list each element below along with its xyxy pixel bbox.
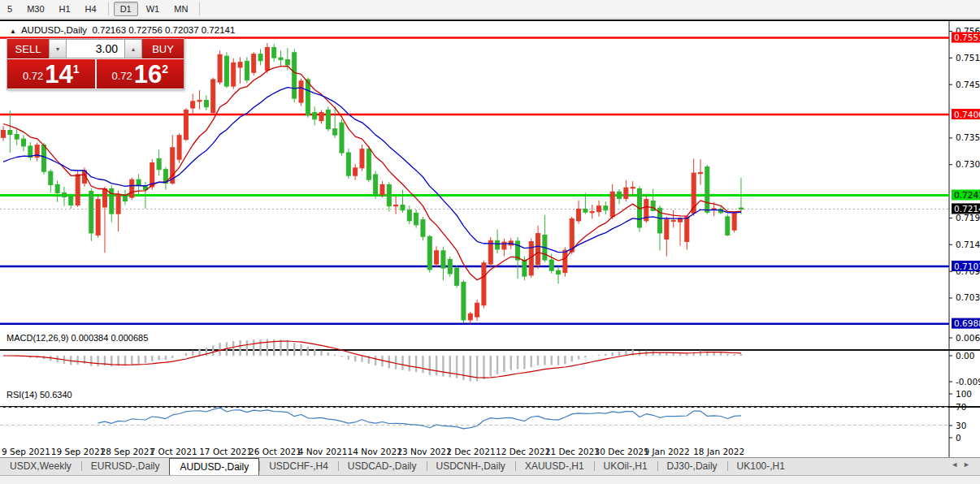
macd-histogram-bar [307,347,309,356]
candle-body [55,184,59,192]
candle-body [414,213,418,224]
candle-body [401,205,405,210]
macd-histogram-bar [740,354,742,356]
tab-scroll-arrows[interactable]: ◄► [951,460,975,469]
chart-tab-usdcad-daily[interactable]: USDCAD-,Daily [338,458,427,475]
rsi-axis-label: 0 [956,433,961,443]
candle-body [435,251,439,264]
buy-price-tile[interactable]: 0.72 16 2 [97,59,184,89]
macd-histogram-bar [618,352,620,356]
chart-tab-eurusd-daily[interactable]: EURUSD-,Daily [81,458,170,475]
macd-histogram-bar [449,356,451,378]
candle-body [482,263,486,305]
chart-tab-usdchf-h4[interactable]: USDCHF-,H4 [259,458,338,475]
candle-body [197,101,202,102]
macd-histogram-bar [232,341,234,356]
chart-tab-xauusd-h1[interactable]: XAUUSD-,H1 [515,458,594,475]
candle-body [610,192,614,217]
rsi-line [98,408,741,429]
candle-body [421,220,425,237]
rsi-indicator-label: RSI(14) 50.6340 [7,390,72,400]
sell-price-tile[interactable]: 0.72 14 1 [7,59,95,89]
candle-body [265,48,269,71]
macd-histogram-bar [442,356,444,377]
candle-body [427,236,431,270]
macd-histogram-bar [557,356,559,365]
candle-body [685,217,689,242]
macd-histogram-bar [198,348,200,356]
date-axis-label: 2 Dec 2021 [446,447,495,456]
macd-histogram-bar [544,356,545,365]
sell-button[interactable]: SELL [7,39,49,58]
chart-tab-audusd-daily[interactable]: AUDUSD-,Daily [169,458,259,475]
candle-body [468,313,472,320]
volume-increase-button[interactable]: ▴ [124,39,142,58]
candle-body [590,212,594,213]
macd-histogram-bar [253,339,254,356]
price-axis-label: 0.73015 [956,159,980,169]
macd-histogram-bar [90,356,92,366]
tab-scroll-right-icon[interactable]: ► [963,460,975,469]
chart-tab-ukoil-h1[interactable]: UKOil-,H1 [594,458,657,475]
candle-body [631,188,635,188]
ma-fast-line [3,66,741,279]
timeframe-button-d1[interactable]: D1 [114,2,138,16]
timeframe-button-h4[interactable]: H4 [79,2,103,16]
chart-tab-uk100-h1[interactable]: UK100-,H1 [727,458,795,475]
candle-body [577,209,581,220]
candle-body [726,217,730,236]
candle-body [177,136,181,159]
candle-body [346,153,350,175]
macd-histogram-bar [523,356,525,369]
sell-price-sup: 1 [73,51,80,87]
macd-histogram-bar [151,356,153,361]
sell-price-base: 0.72 [23,66,43,87]
candle-body [204,101,208,107]
candle-body [475,303,479,317]
macd-signal-line [3,341,741,378]
macd-histogram-bar [293,343,295,356]
macd-histogram-bar [726,354,728,356]
macd-histogram-bar [395,356,397,369]
timeframe-button-w1[interactable]: W1 [140,2,167,16]
macd-histogram-bar [631,350,633,356]
chart-title: ▲AUDUSD-,Daily 0.72163 0.72756 0.72037 0… [10,25,235,35]
macd-histogram-bar [470,356,471,381]
chart-tab-dj30-daily[interactable]: DJ30-,Daily [657,458,727,475]
macd-histogram-bar [531,356,532,367]
panel-separator [0,349,980,351]
macd-histogram-bar [456,356,457,378]
timeframe-toolbar: 5M30H1H4D1W1MN [0,0,980,19]
toolbar-separator [108,2,109,15]
collapse-panel-icon[interactable]: ▲ [10,28,16,35]
candle-body [232,63,236,86]
price-axis-label: 0.71965 [956,213,980,223]
timeframe-button-m30[interactable]: M30 [20,2,50,16]
macd-histogram-bar [490,356,492,376]
macd-axis-label: -0.009197 [956,377,980,387]
macd-histogram-bar [605,354,606,356]
level-label: 0.75512 [954,32,980,42]
candle-body [102,188,106,207]
macd-histogram-bar [158,356,159,361]
current-price-label: 0.72141 [954,204,980,214]
candle-body [306,80,310,115]
timeframe-button-mn[interactable]: MN [167,2,194,16]
candle-body [8,131,12,135]
candle-body [218,54,222,82]
macd-histogram-bar [145,356,146,363]
tab-scroll-left-icon[interactable]: ◄ [951,460,963,469]
candle-body [224,56,228,86]
timeframe-button-h1[interactable]: H1 [53,2,77,16]
timeframe-button-5[interactable]: 5 [1,2,19,16]
date-axis-label: 4 Nov 2021 [298,447,348,456]
chart-tab-bar: USDX,WeeklyEURUSD-,DailyAUDUSD-,DailyUSD… [0,457,980,475]
candle-body [563,250,567,273]
macd-histogram-bar [497,356,498,374]
chart-tab-usdx-weekly[interactable]: USDX,Weekly [0,458,81,475]
chart-tab-usdcnh-daily[interactable]: USDCNH-,Daily [427,458,515,475]
chart-window[interactable]: ▲AUDUSD-,Daily 0.72163 0.72756 0.72037 0… [0,19,980,459]
price-axis-label: 0.74590 [956,80,980,89]
macd-histogram-bar [462,356,464,380]
volume-decrease-button[interactable]: ▾ [49,39,67,58]
